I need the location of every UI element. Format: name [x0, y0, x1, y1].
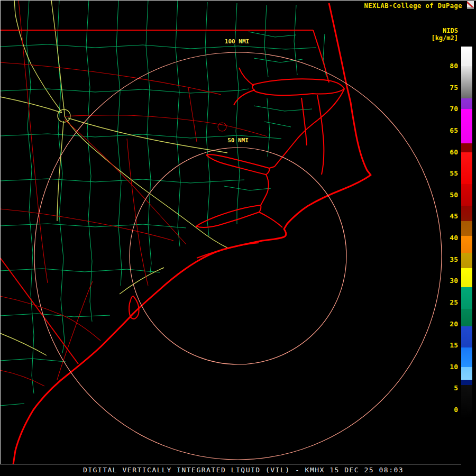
shoreline-detail-red — [234, 90, 255, 105]
road-red — [0, 62, 221, 95]
top-border-line — [0, 0, 476, 1]
shoreline-detail-red — [317, 95, 324, 175]
shoreline-detail-red — [261, 175, 269, 205]
colorbar-segment — [461, 47, 472, 66]
shoreline-detail-red — [196, 205, 261, 227]
shoreline-detail-red — [259, 212, 282, 227]
shoreline-detail-red — [206, 154, 269, 175]
shoreline-detail-red — [301, 98, 307, 145]
county-line — [224, 186, 271, 190]
colorbar-segment — [461, 221, 472, 236]
colorbar-segment — [461, 385, 472, 418]
range-ring-label: 50 NMI — [227, 137, 249, 144]
county-line — [235, 3, 240, 224]
colorbar-segment — [461, 367, 472, 380]
range-ring-label: 100 NMI — [225, 38, 249, 45]
boundary-red — [0, 258, 78, 364]
county-line — [205, 2, 210, 236]
county-line — [0, 404, 24, 406]
colorbar-segment — [461, 268, 472, 288]
radar-map: 50 NMI100 NMI — [0, 0, 476, 476]
highway-yellow — [120, 268, 164, 294]
footer-divider-line — [0, 464, 461, 464]
county-line — [264, 5, 268, 77]
colorbar-segment — [461, 206, 472, 221]
units-label: [kg/m2] — [431, 34, 458, 42]
county-line — [0, 224, 186, 228]
radar-display: 50 NMI100 NMI NEXLAB-College of DuPage N… — [0, 0, 476, 476]
colorbar-segment — [461, 309, 472, 326]
shoreline-detail-red — [313, 30, 329, 83]
left-border-line — [0, 0, 1, 464]
highway-yellow — [14, 0, 61, 112]
colorbar-segment — [461, 98, 472, 109]
colorbar-segment — [461, 253, 472, 268]
highway-yellow — [51, 0, 229, 249]
county-line — [176, 0, 180, 246]
road-red — [57, 281, 93, 380]
coastline-red — [13, 3, 371, 464]
county-line — [267, 98, 270, 157]
colorbar-segment — [461, 152, 472, 185]
colorbar-segment — [461, 66, 472, 98]
county-line — [116, 0, 122, 286]
colorbar — [461, 47, 472, 419]
county-line — [26, 0, 34, 393]
road-red — [0, 296, 100, 341]
colorbar-segment — [461, 326, 472, 348]
county-line — [294, 5, 297, 75]
colorbar-segment — [461, 287, 472, 309]
product-code-label: NIDS — [443, 27, 458, 34]
shoreline-detail-red — [252, 79, 344, 95]
colorbar-segment — [461, 347, 472, 367]
product-caption: DIGITAL VERTICALLY INTEGRATED LIQUID (VI… — [11, 466, 476, 474]
county-line — [86, 0, 92, 322]
colorbar-segment — [461, 109, 472, 143]
range-ring — [34, 52, 442, 460]
highway-yellow — [0, 333, 47, 355]
county-line — [0, 179, 244, 183]
county-line — [0, 314, 110, 317]
county-line — [146, 0, 151, 273]
county-line — [264, 122, 291, 127]
colorbar-segment — [461, 236, 472, 253]
cod-logo-icon — [466, 1, 474, 10]
colorbar-segment — [461, 184, 472, 206]
brand-text: NEXLAB-College of DuPage — [364, 2, 462, 10]
county-line — [0, 269, 160, 272]
road-red — [0, 370, 44, 386]
county-line — [249, 32, 296, 37]
colorbar-segment — [461, 380, 472, 385]
road-red — [65, 120, 186, 244]
road-red — [218, 123, 226, 131]
highway-yellow — [57, 121, 63, 221]
road-red — [188, 87, 197, 142]
colorbar-segment — [461, 143, 472, 152]
county-line — [0, 44, 316, 49]
shoreline-detail-red — [239, 68, 254, 86]
